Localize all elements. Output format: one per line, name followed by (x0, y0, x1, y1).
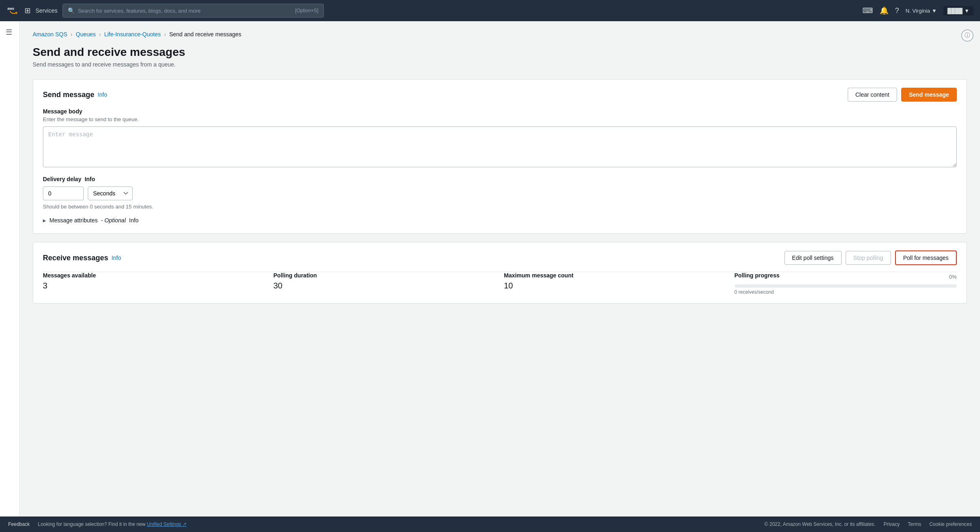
delay-value-input[interactable] (43, 186, 84, 200)
sidebar-toggle[interactable]: ☰ (0, 21, 20, 516)
footer-cookie-link[interactable]: Cookie preferences (929, 521, 972, 527)
feedback-button[interactable]: Feedback (8, 521, 30, 527)
account-label: ████ (947, 8, 962, 14)
send-message-actions: Clear content Send message (848, 88, 957, 102)
edit-poll-settings-button[interactable]: Edit poll settings (784, 251, 842, 265)
polling-progress-pct: 0% (949, 274, 957, 280)
attributes-info-link[interactable]: Info (129, 217, 138, 224)
receive-messages-card: Receive messages Info Edit poll settings… (33, 242, 967, 304)
send-message-card-header: Send message Info Clear content Send mes… (33, 80, 967, 108)
services-nav-button[interactable]: Services (36, 7, 58, 14)
breadcrumb-amazon-sqs[interactable]: Amazon SQS (33, 31, 67, 38)
attributes-optional: - Optional (101, 217, 126, 224)
send-message-button[interactable]: Send message (901, 88, 957, 102)
page-subtitle: Send messages to and receive messages fr… (33, 61, 967, 68)
delivery-delay-info-link[interactable]: Info (85, 176, 95, 182)
footer: Feedback Looking for language selection?… (0, 516, 980, 532)
delay-controls: Seconds (43, 186, 957, 200)
search-icon: 🔍 (68, 7, 75, 14)
receive-messages-actions: Edit poll settings Stop polling Poll for… (784, 250, 957, 265)
footer-privacy-link[interactable]: Privacy (884, 521, 900, 527)
polling-duration-value: 30 (274, 281, 496, 290)
send-message-card: Send message Info Clear content Send mes… (33, 79, 967, 234)
stop-polling-button[interactable]: Stop polling (846, 251, 891, 265)
message-body-label: Message body (43, 108, 957, 115)
polling-progress-stat: Polling progress 0% 0 receives/second (735, 272, 957, 295)
receive-messages-title: Receive messages Info (43, 254, 121, 262)
footer-terms-link[interactable]: Terms (908, 521, 921, 527)
polling-progress-sub: 0 receives/second (735, 289, 957, 295)
receive-messages-card-header: Receive messages Info Edit poll settings… (33, 242, 967, 272)
footer-right: © 2022, Amazon Web Services, Inc. or its… (764, 521, 972, 527)
right-info-icon[interactable]: ⓘ (961, 29, 973, 42)
bell-icon[interactable]: 🔔 (880, 6, 889, 15)
region-selector[interactable]: N. Virginia ▼ (906, 8, 937, 14)
svg-text:aws: aws (7, 7, 14, 11)
messages-available-stat: Messages available 3 (43, 272, 265, 295)
delay-note: Should be between 0 seconds and 15 minut… (43, 204, 957, 210)
delay-unit-select[interactable]: Seconds (88, 186, 133, 200)
polling-duration-label: Polling duration (274, 272, 496, 279)
account-chevron-icon: ▼ (964, 8, 969, 14)
messages-available-value: 3 (43, 281, 265, 290)
breadcrumb-queue-name[interactable]: Life-Insurance-Quotes (104, 31, 161, 38)
messages-available-label: Messages available (43, 272, 265, 279)
send-message-body: Message body Enter the message to send t… (33, 108, 967, 233)
breadcrumb-queues[interactable]: Queues (76, 31, 96, 38)
attributes-label: Message attributes (49, 217, 98, 224)
terminal-icon[interactable]: ⌨ (862, 6, 873, 15)
breadcrumb-sep-1: › (71, 31, 73, 38)
max-message-count-stat: Maximum message count 10 (504, 272, 726, 295)
main-content: Amazon SQS › Queues › Life-Insurance-Quo… (20, 21, 980, 516)
aws-logo[interactable]: aws (7, 4, 20, 17)
breadcrumb-sep-3: › (164, 31, 166, 38)
search-input[interactable] (78, 8, 292, 14)
footer-copyright: © 2022, Amazon Web Services, Inc. or its… (764, 521, 875, 527)
footer-text: Looking for language selection? Find it … (38, 521, 761, 527)
attributes-toggle[interactable]: ▶ Message attributes - Optional Info (43, 217, 957, 224)
page-title: Send and receive messages (33, 46, 967, 59)
progress-bar-container (735, 284, 957, 288)
polling-duration-stat: Polling duration 30 (274, 272, 496, 295)
region-label: N. Virginia (906, 8, 930, 14)
top-nav: aws ⊞ Services 🔍 [Option+S] ⌨ 🔔 ? N. Vir… (0, 0, 980, 21)
delivery-delay-section: Delivery delay Info Seconds Should be be… (43, 176, 957, 210)
receive-messages-info-link[interactable]: Info (111, 255, 121, 261)
triangle-right-icon: ▶ (43, 218, 46, 223)
region-chevron-icon: ▼ (931, 8, 937, 14)
nav-right: ⌨ 🔔 ? N. Virginia ▼ ████ ▼ (862, 6, 973, 16)
search-bar[interactable]: 🔍 [Option+S] (62, 4, 324, 18)
unified-settings-link[interactable]: Unified Settings ↗ (147, 521, 187, 527)
breadcrumb-sep-2: › (99, 31, 101, 38)
send-message-info-link[interactable]: Info (98, 91, 107, 98)
clear-content-button[interactable]: Clear content (848, 88, 897, 102)
receive-stats: Messages available 3 Polling duration 30… (33, 272, 967, 303)
max-message-count-label: Maximum message count (504, 272, 726, 279)
poll-for-messages-button[interactable]: Poll for messages (895, 250, 957, 265)
polling-progress-label: Polling progress (735, 272, 780, 279)
message-body-hint: Enter the message to send to the queue. (43, 116, 957, 122)
breadcrumb: Amazon SQS › Queues › Life-Insurance-Quo… (33, 31, 967, 38)
send-message-title: Send message Info (43, 91, 107, 99)
delivery-delay-label: Delivery delay Info (43, 176, 957, 182)
max-message-count-value: 10 (504, 281, 726, 290)
hamburger-icon: ☰ (6, 28, 12, 36)
grid-icon[interactable]: ⊞ (24, 6, 31, 15)
message-textarea[interactable] (43, 126, 957, 167)
account-menu[interactable]: ████ ▼ (943, 6, 973, 16)
breadcrumb-current: Send and receive messages (169, 31, 241, 38)
search-shortcut: [Option+S] (295, 8, 318, 13)
help-icon[interactable]: ? (895, 7, 899, 15)
page-layout: ☰ Amazon SQS › Queues › Life-Insurance-Q… (0, 21, 980, 516)
